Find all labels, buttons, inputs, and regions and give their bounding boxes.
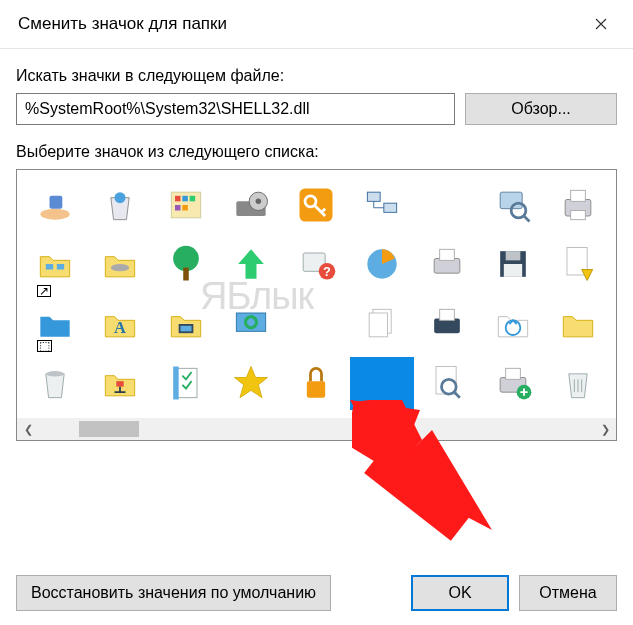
recycle-bin-full-icon[interactable] (88, 178, 151, 232)
yellow-folder-icon[interactable] (547, 297, 610, 351)
floppy-disk-icon[interactable] (481, 238, 544, 292)
svg-text:A: A (114, 318, 126, 337)
checklist-icon[interactable] (154, 357, 217, 411)
documents-stack-icon[interactable] (350, 297, 413, 351)
svg-rect-15 (384, 203, 397, 212)
recycle-folder-icon[interactable] (481, 297, 544, 351)
close-button[interactable] (579, 8, 623, 40)
svg-rect-31 (440, 250, 455, 261)
ok-button[interactable]: OK (411, 575, 509, 611)
svg-rect-38 (180, 326, 191, 332)
svg-point-24 (173, 246, 199, 272)
printer-flat-icon[interactable] (416, 297, 479, 351)
arrow-up-green-icon[interactable] (219, 238, 282, 292)
refresh-monitor-icon[interactable] (219, 297, 282, 351)
printer-fax-icon[interactable] (547, 178, 610, 232)
svg-rect-8 (182, 205, 188, 211)
svg-rect-20 (571, 210, 586, 219)
search-computer-icon[interactable] (481, 178, 544, 232)
network-computers-icon[interactable] (350, 178, 413, 232)
svg-rect-4 (175, 196, 181, 202)
svg-rect-49 (307, 381, 325, 398)
svg-rect-5 (182, 196, 188, 202)
help-shield-icon[interactable]: ? (285, 238, 348, 292)
printer-icon[interactable] (416, 238, 479, 292)
tree-icon[interactable] (154, 238, 217, 292)
svg-point-11 (256, 198, 262, 204)
svg-rect-62 (364, 440, 477, 541)
svg-rect-22 (57, 264, 64, 270)
svg-rect-21 (46, 264, 53, 270)
titlebar: Сменить значок для папки (0, 0, 633, 49)
svg-rect-33 (505, 251, 520, 260)
empty-icon[interactable] (416, 178, 479, 232)
svg-rect-7 (175, 205, 181, 211)
shortcut-overlay-icon: ⬚ (37, 340, 52, 352)
key-orange-icon[interactable] (285, 178, 348, 232)
svg-rect-46 (116, 381, 123, 387)
svg-rect-6 (189, 196, 195, 202)
hand-share-icon[interactable] (23, 178, 86, 232)
window-title: Сменить значок для папки (18, 14, 227, 34)
scroll-right-button[interactable]: ❯ (594, 418, 616, 440)
recycle-bin-alt-icon[interactable] (547, 357, 610, 411)
empty-icon[interactable] (285, 297, 348, 351)
restore-defaults-button[interactable]: Восстановить значения по умолчанию (16, 575, 331, 611)
network-folder-icon[interactable] (23, 238, 86, 292)
svg-rect-41 (369, 313, 387, 337)
svg-rect-14 (367, 192, 380, 201)
svg-point-0 (40, 208, 69, 219)
star-favorite-icon[interactable] (219, 357, 282, 411)
chart-blue-icon[interactable] (350, 238, 413, 292)
font-folder-icon[interactable]: A (88, 297, 151, 351)
browse-button[interactable]: Обзор... (465, 93, 617, 125)
computer-folder-icon[interactable] (154, 297, 217, 351)
svg-rect-53 (505, 369, 520, 380)
blue-folder-icon[interactable] (23, 297, 86, 351)
recycle-empty-icon[interactable] (23, 357, 86, 411)
svg-point-23 (111, 264, 129, 271)
cancel-button[interactable]: Отмена (519, 575, 617, 611)
control-panel-icon[interactable] (154, 178, 217, 232)
svg-point-2 (115, 192, 126, 203)
shortcut-overlay-icon: ↗ (37, 285, 51, 297)
network-tree-icon[interactable] (88, 357, 151, 411)
search-label: Искать значки в следующем файле: (16, 67, 617, 85)
pick-label: Выберите значок из следующего списка: (16, 143, 617, 161)
svg-rect-48 (173, 367, 179, 400)
svg-rect-19 (571, 190, 586, 201)
svg-rect-25 (183, 268, 189, 281)
svg-rect-43 (440, 309, 455, 320)
document-warning-icon[interactable] (547, 238, 610, 292)
search-document-icon[interactable] (416, 357, 479, 411)
optical-drive-icon[interactable] (219, 178, 282, 232)
icon-list[interactable]: ? A ↗ (16, 169, 617, 441)
padlock-icon[interactable] (285, 357, 348, 411)
icon-path-input[interactable] (16, 93, 455, 125)
network-drive-icon[interactable] (88, 238, 151, 292)
selected-blank-icon[interactable] (350, 357, 413, 411)
scrollbar-track[interactable] (39, 418, 594, 440)
scroll-left-button[interactable]: ❮ (17, 418, 39, 440)
scrollbar-thumb[interactable] (79, 421, 139, 437)
horizontal-scrollbar[interactable]: ❮ ❯ (17, 418, 616, 440)
printer-add-icon[interactable] (481, 357, 544, 411)
svg-text:?: ? (324, 264, 332, 279)
svg-rect-1 (49, 196, 62, 209)
svg-point-45 (46, 371, 64, 377)
svg-rect-34 (504, 264, 522, 277)
